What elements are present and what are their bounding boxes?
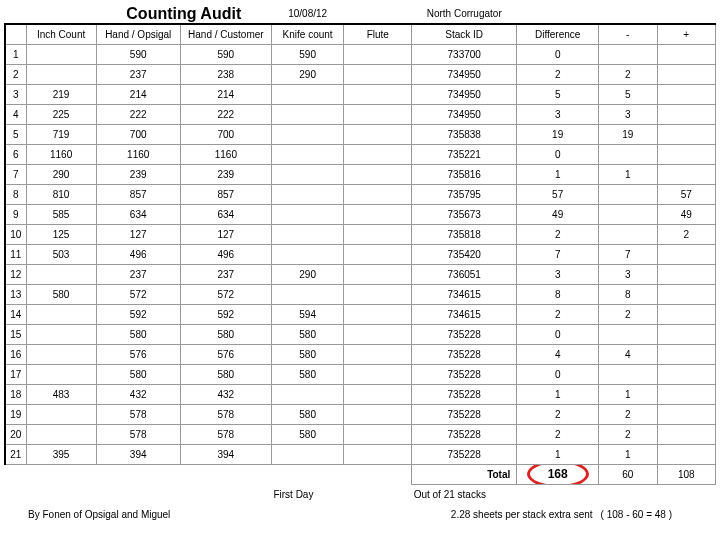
cell-stack: 735228	[412, 424, 517, 444]
table-row: 1957857858073522822	[5, 404, 716, 424]
cell-diff: 2	[517, 224, 599, 244]
cell-knife: 290	[271, 264, 343, 284]
cell-inch	[26, 344, 96, 364]
cell-hand-opsigal: 1160	[96, 144, 180, 164]
cell-diff: 7	[517, 244, 599, 264]
cell-knife	[271, 284, 343, 304]
cell-plus	[657, 44, 716, 64]
cell-hand-customer: 432	[180, 384, 271, 404]
cell-plus	[657, 244, 716, 264]
cell-flute	[344, 344, 412, 364]
table-row: 95856346347356734949	[5, 204, 716, 224]
cell-hand-opsigal: 576	[96, 344, 180, 364]
cell-flute	[344, 124, 412, 144]
cell-minus: 7	[599, 244, 657, 264]
table-row: 729023923973581611	[5, 164, 716, 184]
cell-flute	[344, 364, 412, 384]
cell-minus: 4	[599, 344, 657, 364]
cell-flute	[344, 104, 412, 124]
cell-rownum: 14	[5, 304, 26, 324]
cell-minus: 3	[599, 264, 657, 284]
cell-flute	[344, 284, 412, 304]
cell-rownum: 16	[5, 344, 26, 364]
cell-rownum: 4	[5, 104, 26, 124]
cell-knife: 580	[271, 364, 343, 384]
cell-diff: 1	[517, 444, 599, 464]
cell-flute	[344, 204, 412, 224]
cell-diff: 3	[517, 104, 599, 124]
cell-knife	[271, 204, 343, 224]
cell-stack: 735228	[412, 364, 517, 384]
cell-hand-customer: 394	[180, 444, 271, 464]
cell-knife: 290	[271, 64, 343, 84]
cell-diff: 0	[517, 144, 599, 164]
cell-rownum: 17	[5, 364, 26, 384]
table-row: 1848343243273522811	[5, 384, 716, 404]
cell-minus: 2	[599, 404, 657, 424]
cell-rownum: 15	[5, 324, 26, 344]
cell-diff: 2	[517, 404, 599, 424]
table-row: 321921421473495055	[5, 84, 716, 104]
column-header-row: Inch Count Hand / Opsigal Hand / Custome…	[5, 24, 716, 44]
col-flute: Flute	[344, 24, 412, 44]
cell-knife	[271, 224, 343, 244]
cell-rownum: 6	[5, 144, 26, 164]
cell-plus: 49	[657, 204, 716, 224]
cell-stack: 735816	[412, 164, 517, 184]
col-minus: -	[599, 24, 657, 44]
table-row: 2139539439473522811	[5, 444, 716, 464]
cell-knife	[271, 104, 343, 124]
cell-hand-opsigal: 237	[96, 264, 180, 284]
cell-flute	[344, 144, 412, 164]
cell-hand-customer: 576	[180, 344, 271, 364]
cell-diff: 49	[517, 204, 599, 224]
cell-stack: 734615	[412, 304, 517, 324]
cell-flute	[344, 324, 412, 344]
cell-plus	[657, 84, 716, 104]
cell-stack: 735228	[412, 404, 517, 424]
cell-minus	[599, 44, 657, 64]
cell-plus	[657, 324, 716, 344]
cell-plus	[657, 64, 716, 84]
location: North Corrugator	[412, 4, 517, 24]
byline: By Fonen of Opsigal and Miguel	[26, 504, 271, 524]
cell-flute	[344, 444, 412, 464]
page-title: Counting Audit	[96, 4, 271, 24]
cell-diff: 4	[517, 344, 599, 364]
cell-plus: 2	[657, 224, 716, 244]
cell-knife	[271, 244, 343, 264]
cell-hand-opsigal: 578	[96, 424, 180, 444]
title-row: Counting Audit 10/08/12 North Corrugator	[5, 4, 716, 24]
cell-hand-customer: 578	[180, 424, 271, 444]
cell-rownum: 10	[5, 224, 26, 244]
cell-rownum: 12	[5, 264, 26, 284]
table-row: 57197007007358381919	[5, 124, 716, 144]
table-row: 1223723729073605133	[5, 264, 716, 284]
cell-hand-opsigal: 432	[96, 384, 180, 404]
cell-inch: 1160	[26, 144, 96, 164]
cell-hand-customer: 590	[180, 44, 271, 64]
table-row: 1459259259473461522	[5, 304, 716, 324]
cell-hand-opsigal: 222	[96, 104, 180, 124]
audit-date: 10/08/12	[271, 4, 343, 24]
cell-knife	[271, 84, 343, 104]
cell-inch: 395	[26, 444, 96, 464]
cell-plus	[657, 404, 716, 424]
cell-inch: 585	[26, 204, 96, 224]
cell-stack: 735795	[412, 184, 517, 204]
cell-minus: 1	[599, 384, 657, 404]
cell-rownum: 21	[5, 444, 26, 464]
col-diff: Difference	[517, 24, 599, 44]
cell-minus	[599, 144, 657, 164]
cell-stack: 736051	[412, 264, 517, 284]
cell-stack: 733700	[412, 44, 517, 64]
cell-hand-opsigal: 214	[96, 84, 180, 104]
cell-stack: 734950	[412, 104, 517, 124]
highlight-circle-icon	[527, 464, 589, 484]
cell-hand-opsigal: 496	[96, 244, 180, 264]
table-row: 15905905907337000	[5, 44, 716, 64]
cell-minus: 8	[599, 284, 657, 304]
cell-minus: 1	[599, 164, 657, 184]
cell-hand-opsigal: 592	[96, 304, 180, 324]
col-hand-opsigal: Hand / Opsigal	[96, 24, 180, 44]
